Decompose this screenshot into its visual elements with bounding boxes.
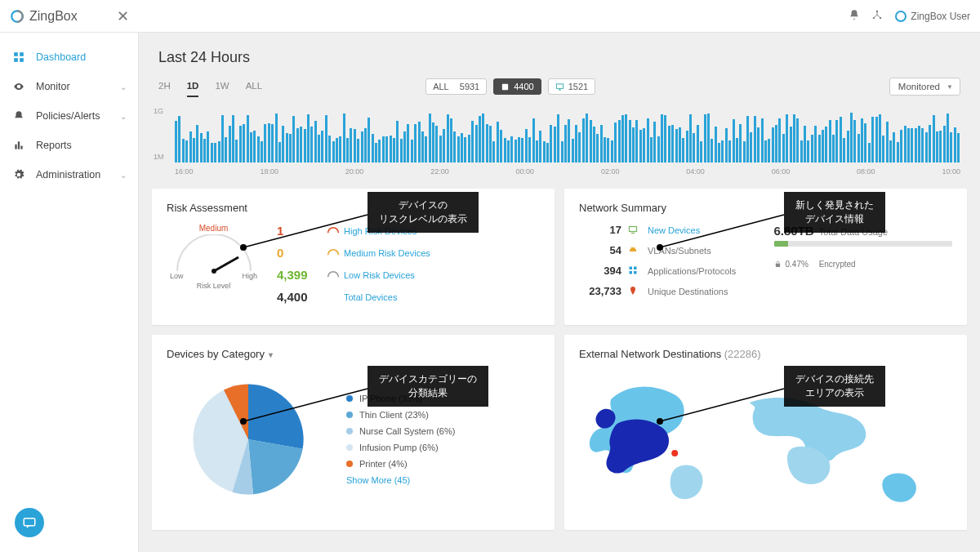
svg-point-25	[671, 450, 678, 456]
legend-item[interactable]: Infusion Pump (6%)	[346, 443, 455, 452]
pin-icon	[628, 286, 643, 297]
encrypted-stat: 0.47% Encrypted	[774, 260, 953, 269]
topbar: ZingBox ✕ ZingBox User	[0, 0, 980, 33]
iot-icon	[501, 82, 510, 91]
total-data-usage: 6.80TBTotal Data Usage	[774, 224, 953, 238]
network-icon[interactable]	[871, 9, 883, 23]
chevron-down-icon: ⌄	[120, 112, 127, 121]
net-row-new-devices[interactable]: 17New Devices	[579, 224, 758, 236]
svg-rect-5	[14, 52, 18, 56]
legend-item[interactable]: Thin Client (23%)	[346, 410, 455, 420]
pill-iot[interactable]: 4400	[493, 78, 541, 95]
svg-rect-16	[630, 226, 637, 231]
bell-icon	[11, 109, 26, 123]
time-range-tabs: 2H 1D 1W ALL	[158, 76, 262, 97]
pill-all[interactable]: ALL 5931	[425, 78, 487, 95]
ylabel: 1M	[154, 153, 164, 161]
net-row-apps: 394Applications/Protocols	[579, 265, 758, 277]
sidebar-item-label: Dashboard	[36, 51, 86, 63]
tab-1d[interactable]: 1D	[187, 76, 199, 97]
chat-fab[interactable]	[15, 508, 44, 537]
sidebar-item-monitor[interactable]: Monitor ⌄	[0, 72, 138, 101]
sidebar-item-reports[interactable]: Reports	[0, 131, 138, 160]
tab-2h[interactable]: 2H	[158, 76, 171, 97]
gauge-high-icon	[323, 225, 344, 237]
user-label: ZingBox User	[911, 11, 970, 22]
category-legend: IP Phone (33%) Thin Client (23%) Nurse C…	[346, 394, 455, 485]
gauge-med-icon	[323, 247, 344, 259]
svg-rect-12	[24, 519, 35, 526]
chevron-down-icon: ▼	[267, 351, 274, 359]
sidebar-item-dashboard[interactable]: Dashboard	[0, 42, 138, 72]
pill-desktop[interactable]: 1521	[548, 78, 595, 95]
chevron-down-icon: ⌄	[120, 171, 127, 180]
user-menu[interactable]: ZingBox User	[894, 10, 970, 23]
svg-rect-20	[634, 266, 637, 269]
dashboard-icon	[11, 50, 26, 65]
filter-row: 2H 1D 1W ALL ALL 5931 4400 1521 Monitore…	[139, 73, 980, 99]
gauge-low-icon	[323, 269, 344, 281]
net-row-vlans: 54VLANs/Subnets	[579, 244, 758, 256]
svg-rect-19	[630, 266, 633, 269]
eye-icon	[11, 79, 26, 94]
tab-1w[interactable]: 1W	[215, 76, 229, 97]
card-risk-assessment: Risk Assessment Medium LowHigh Risk Leve…	[152, 189, 555, 325]
risk-row-total[interactable]: 4,400 Total Devices	[277, 290, 540, 304]
tab-all[interactable]: ALL	[246, 76, 262, 97]
category-pie-chart	[167, 370, 330, 509]
svg-rect-17	[630, 249, 636, 252]
card-network-summary: Network Summary 17New Devices 54VLANs/Su…	[564, 189, 967, 325]
gear-icon	[11, 167, 26, 182]
risk-row-low[interactable]: 4,399 Low Risk Devices	[277, 268, 540, 282]
net-row-destinations: 23,733Unique Destinations	[579, 285, 758, 297]
card-devices-by-category: Devices by Category▼ IP Phone (33%) Thin…	[152, 335, 555, 530]
sidebar-item-label: Monitor	[36, 81, 70, 92]
legend-item[interactable]: Printer (4%)	[346, 459, 455, 469]
stat-pills: ALL 5931 4400 1521	[425, 78, 595, 95]
sidebar-item-policies[interactable]: Policies/Alerts ⌄	[0, 101, 138, 131]
brand-logo: ZingBox	[10, 9, 78, 24]
vlan-icon	[628, 245, 643, 256]
world-map[interactable]	[579, 370, 952, 517]
card-title: Network Summary	[579, 202, 952, 214]
brand-text: ZingBox	[29, 9, 78, 24]
svg-rect-10	[18, 141, 20, 149]
svg-rect-9	[15, 145, 16, 149]
logo-icon	[10, 9, 24, 24]
chevron-down-icon: ⌄	[120, 82, 127, 91]
card-title[interactable]: Devices by Category▼	[167, 348, 540, 360]
device-icon	[628, 225, 643, 236]
show-more-link[interactable]: Show More (45)	[346, 475, 455, 485]
svg-rect-7	[14, 58, 18, 62]
svg-point-1	[876, 11, 878, 12]
legend-item[interactable]: Nurse Call System (6%)	[346, 426, 455, 436]
sidebar-item-administration[interactable]: Administration ⌄	[0, 160, 138, 189]
desktop-icon	[555, 82, 564, 91]
bell-icon[interactable]	[849, 9, 860, 23]
chat-icon	[22, 515, 37, 530]
risk-row-medium[interactable]: 0 Medium Risk Devices	[277, 246, 540, 260]
page-title: Last 24 Hours	[158, 49, 960, 66]
svg-point-15	[212, 269, 216, 274]
svg-rect-11	[20, 146, 22, 149]
apps-icon	[628, 265, 643, 277]
svg-rect-22	[634, 271, 637, 274]
close-icon[interactable]: ✕	[117, 7, 129, 25]
sidebar: Dashboard Monitor ⌄ Policies/Alerts ⌄ Re…	[0, 33, 139, 552]
sidebar-item-label: Reports	[36, 140, 72, 151]
svg-rect-23	[775, 264, 779, 267]
svg-rect-13	[502, 83, 508, 89]
svg-rect-8	[20, 58, 24, 62]
risk-list: 1 High Risk Devices 0 Medium Risk Device…	[277, 224, 540, 312]
sidebar-item-label: Administration	[36, 169, 100, 180]
risk-row-high[interactable]: 1 High Risk Devices	[277, 224, 540, 238]
card-title: Risk Assessment	[167, 202, 540, 214]
card-external-destinations: External Network Destinations (22286)	[564, 335, 967, 530]
risk-gauge: Medium LowHigh Risk Level	[167, 224, 261, 290]
main-content: Last 24 Hours 2H 1D 1W ALL ALL 5931 4400…	[139, 33, 980, 552]
traffic-chart: 1G 1M 16:0018:0020:0022:0000:0002:0004:0…	[139, 99, 980, 180]
svg-rect-14	[556, 83, 563, 88]
card-title: External Network Destinations (22286)	[579, 348, 952, 360]
legend-item[interactable]: IP Phone (33%)	[346, 394, 455, 403]
state-select[interactable]: Monitored	[889, 78, 960, 96]
